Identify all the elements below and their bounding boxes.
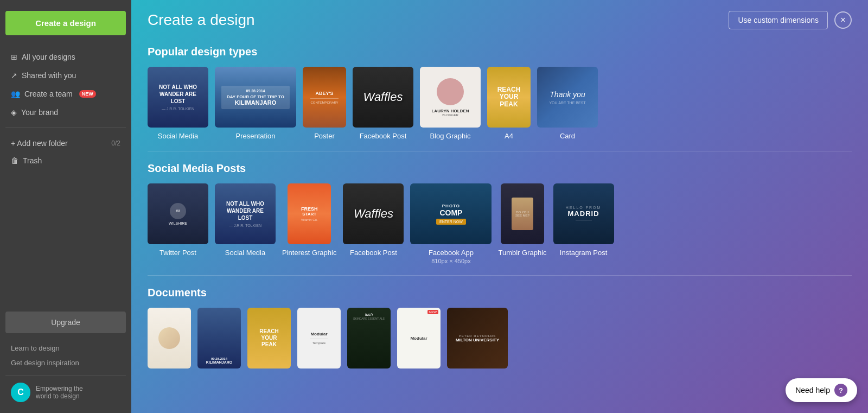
design-item-blog-graphic[interactable]: LAURYN HOLDEN BLOGGER Blog Graphic [420,67,481,140]
design-item-facebook-post[interactable]: Waffles Facebook Post [353,67,413,140]
learn-to-design-link[interactable]: Learn to design [5,342,126,354]
design-item-instagram-post[interactable]: HELLO FROM MADRID Instagram Post [553,183,614,264]
sidebar-item-all-designs[interactable]: ⊞ All your designs [5,48,126,66]
social-section-title: Social Media Posts [148,162,852,175]
design-item-doc2[interactable]: 09.28.2014 KILIMANJARO [197,308,241,373]
add-new-folder[interactable]: + Add new folder 0/2 [5,135,126,152]
shared-icon: ↗ [11,71,17,80]
designs-icon: ⊞ [11,53,17,61]
design-item-doc1[interactable] [148,308,191,373]
page-title: Create a design [148,11,255,29]
sidebar-item-your-brand[interactable]: ◈ Your brand [5,104,126,121]
sidebar: Create a design ⊞ All your designs ↗ Sha… [0,0,131,413]
documents-section: Documents 09.28.2014 KILIMANJARO [131,276,868,384]
design-item-social-media-2[interactable]: NOT ALL WHO WANDER ARE LOST — J.R.R. TOL… [215,183,276,264]
need-help-label: Need help [795,386,830,395]
canva-brand: C Empowering the world to design [5,376,126,402]
help-icon: ? [834,384,847,397]
popular-section: Popular design types NOT ALL WHO WANDER … [131,35,868,151]
design-item-poster[interactable]: ABEY'S CONTEMPORARY Poster [303,67,346,140]
sidebar-item-shared[interactable]: ↗ Shared with you [5,67,126,84]
design-item-doc5[interactable]: lush SKINCARE ESSENTIALS [347,308,391,373]
design-item-presentation[interactable]: 09.28.2014 DAY FOUR OF THE TRIP TO KILIM… [215,67,296,140]
design-item-card[interactable]: Thank you YOU ARE THE BEST Card [537,67,598,140]
folder-count: 0/2 [111,139,120,147]
sidebar-divider [5,128,126,128]
sidebar-bottom: Upgrade Learn to design Get design inspi… [5,312,126,402]
team-icon: 👥 [11,90,20,98]
documents-section-title: Documents [148,287,852,299]
social-section: Social Media Posts W WILSHIRE Twitter Po… [131,151,868,275]
new-badge: NEW [79,90,96,98]
trash-icon: 🗑 [11,156,18,165]
facebook-app-size: 810px × 450px [431,258,470,264]
upgrade-button[interactable]: Upgrade [5,312,126,333]
canva-logo: C [11,383,30,402]
brand-icon: ◈ [11,108,17,117]
get-inspiration-link[interactable]: Get design inspiration [5,357,126,369]
design-item-tumblr-graphic[interactable]: DO YOUSEE ME? Tumblr Graphic [498,183,546,264]
popular-design-grid: NOT ALL WHO WANDER ARE LOST — J.R.R. TOL… [148,67,852,140]
design-item-a4[interactable]: REACHYOURPEAK A4 [487,67,531,140]
sidebar-navigation: ⊞ All your designs ↗ Shared with you 👥 C… [5,48,126,121]
design-item-doc4[interactable]: Modular Template [297,308,341,373]
social-design-grid: W WILSHIRE Twitter Post NOT ALL WHO WAND… [148,183,852,264]
main-header: Create a design Use custom dimensions × [131,0,868,35]
custom-dimensions-button[interactable]: Use custom dimensions [729,11,828,29]
design-item-facebook-app[interactable]: PHOTO COMP ENTER NOW Facebook App 810px … [410,183,492,264]
main-content: Create a design Use custom dimensions × … [131,0,868,413]
design-item-social-media[interactable]: NOT ALL WHO WANDER ARE LOST — J.R.R. TOL… [148,67,208,140]
popular-section-title: Popular design types [148,46,852,58]
sidebar-item-trash[interactable]: 🗑 Trash [5,152,126,169]
need-help-button[interactable]: Need help ? [786,378,857,402]
canva-tagline: Empowering the world to design [36,385,83,400]
design-item-facebook-post-2[interactable]: Waffles Facebook Post [343,183,404,264]
close-button[interactable]: × [834,11,852,29]
design-item-doc3[interactable]: REACHYOURPEAK [247,308,291,373]
design-item-doc7[interactable]: PETER REYNOLDS MILTON UNIVERSITY [447,308,508,373]
documents-design-grid: 09.28.2014 KILIMANJARO REACHYOURPEAK Mod [148,308,852,373]
design-item-pinterest-graphic[interactable]: FRESH START Vitamin Co. Pinterest Graphi… [282,183,336,264]
design-item-twitter-post[interactable]: W WILSHIRE Twitter Post [148,183,208,264]
design-item-doc6[interactable]: Modular NEW [397,308,441,373]
sidebar-item-create-team[interactable]: 👥 Create a team NEW [5,85,126,103]
create-design-button[interactable]: Create a design [5,11,126,35]
